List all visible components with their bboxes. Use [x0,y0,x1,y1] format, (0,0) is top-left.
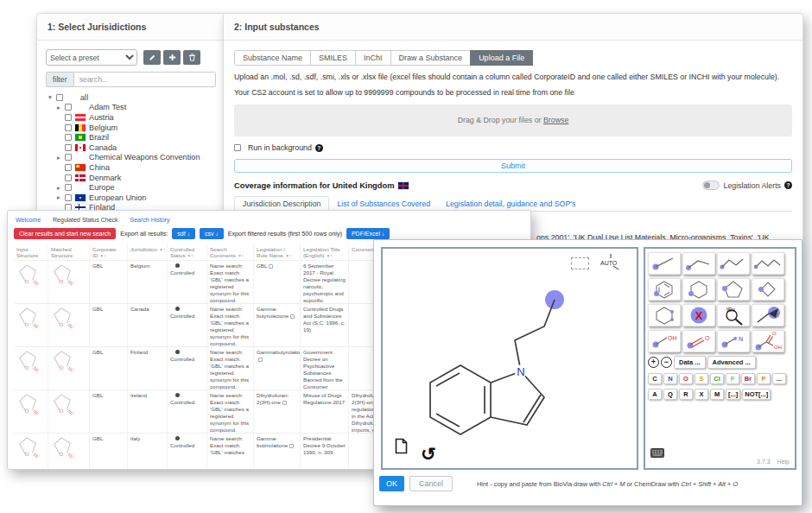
add-preset-button[interactable] [163,50,181,65]
help-icon[interactable]: ? [315,144,323,152]
expander-icon[interactable]: ▾ [48,93,56,101]
element-button[interactable]: C [648,373,662,384]
jurisdiction-tree-item[interactable]: ▾ all [46,92,216,103]
cancel-button[interactable]: Cancel [409,476,453,491]
jurisdiction-checkbox[interactable] [65,144,72,151]
expander-icon[interactable]: ▸ [57,154,65,162]
jurisdiction-tree-item[interactable]: Brazil [46,132,216,142]
auto-bond-icon[interactable]: AUTO [600,254,621,275]
rule-checkbox[interactable] [282,401,287,405]
file-dropzone[interactable]: Drag & Drop your files or Browse [234,104,792,136]
column-header[interactable]: Matched Structure▼↕ [48,244,90,260]
export-pdf-excel-button[interactable]: PDF/Excel↓ [346,228,390,239]
jurisdiction-tree-item[interactable]: ▸ Chemical Weapons Convention [46,153,216,163]
element-button[interactable]: ... [772,373,786,384]
element-button[interactable]: Br [741,373,755,384]
hydroxyl-tool[interactable]: OH [648,330,681,352]
element-button[interactable]: P [757,373,771,384]
jurisdiction-checkbox[interactable] [56,94,63,101]
filter-sort-icons[interactable]: ▼↕ [187,253,193,258]
chain-3-tool[interactable] [717,252,750,275]
column-header[interactable]: Legislation / Rule Name▼↕ [254,244,301,260]
filter-sort-icons[interactable]: ▼↕ [285,253,291,258]
clear-results-button[interactable]: Clear results and start new search [14,228,116,239]
plus-charge-tool[interactable]: + [648,357,659,368]
edit-preset-button[interactable] [143,50,161,65]
minus-charge-tool[interactable]: − [661,357,672,368]
jurisdiction-checkbox[interactable] [65,164,72,171]
export-csv-button[interactable]: csv↓ [200,228,224,239]
stereo-wedge-tool[interactable] [752,304,784,326]
submit-button[interactable]: Submit [234,159,792,173]
chain-2-tool[interactable] [682,252,715,275]
jurisdiction-checkbox[interactable] [65,184,72,191]
input-method-tab[interactable]: Upload a File [470,50,533,66]
jurisdiction-checkbox[interactable] [65,174,72,181]
legislation-alerts-toggle[interactable] [702,180,720,190]
jurisdiction-tree-item[interactable]: China [46,162,216,173]
expander-icon[interactable]: ▸ [57,193,65,201]
cyclohexane-tool[interactable] [682,278,715,301]
coverage-tab[interactable]: Legislation detail, guidance and SOP's [438,197,583,211]
preset-select[interactable]: Select a preset [46,49,137,66]
help-link[interactable]: Help [777,459,790,465]
rule-checkbox[interactable] [290,314,295,319]
jurisdiction-search-input[interactable] [73,72,216,87]
column-header[interactable]: Corporate ID▼↕ [90,244,128,260]
query-atom-button[interactable]: M [710,389,724,400]
element-button[interactable]: O [679,373,693,384]
jurisdiction-checkbox[interactable] [65,124,72,131]
undo-icon[interactable]: ↺ [421,445,436,463]
jurisdiction-checkbox[interactable] [65,114,72,121]
jurisdiction-tree-item[interactable]: Austria [46,112,216,123]
advanced-button[interactable]: Advanced ... [707,356,756,369]
marquee-select-icon[interactable] [571,257,589,269]
column-header[interactable]: Legislation Title (English)▼↕ [301,244,349,260]
element-button[interactable]: Cl [710,373,724,384]
carboxyl-tool[interactable]: OOH [752,330,784,352]
jurisdiction-tree-item[interactable]: ▸ European Union [46,193,216,203]
filter-sort-icons[interactable]: ▼↕ [238,253,244,258]
expander-icon[interactable]: ▸ [57,184,65,192]
filter-sort-icons[interactable]: ▼↕ [99,253,105,258]
rule-checkbox[interactable] [289,444,294,448]
column-header[interactable]: Controlled Status▼↕ [168,244,207,260]
export-sdf-button[interactable]: sdf↓ [172,228,195,239]
jurisdiction-checkbox[interactable] [65,194,72,201]
keyboard-input-icon[interactable] [650,446,664,461]
run-in-background-checkbox[interactable] [234,144,241,151]
jurisdiction-tree-item[interactable]: Denmark [46,173,216,183]
single-bond-tool[interactable] [648,252,681,275]
results-tab[interactable]: Regulated Status Check [53,217,118,223]
amine-tool[interactable]: N [717,330,750,352]
query-atom-button[interactable]: X [695,389,708,400]
cyclopentane-tool[interactable] [717,278,750,301]
column-header[interactable]: Input Structure▼↕ [14,244,48,260]
rule-checkbox[interactable] [258,358,263,362]
drawing-canvas[interactable]: AUTO N ↺ [381,247,638,470]
delete-tool[interactable]: X [682,304,715,326]
data-button[interactable]: Data ... [674,356,706,369]
query-atom-button[interactable]: R [679,389,693,400]
jurisdiction-checkbox[interactable] [65,104,72,111]
rule-checkbox[interactable] [269,264,273,269]
benzene-ring-tool[interactable] [648,278,681,301]
column-header[interactable]: Jurisdiction▼↕ [128,244,168,260]
small-ring-tool[interactable] [752,278,784,301]
results-tab[interactable]: Search History [130,217,170,223]
query-atom-button[interactable]: Q [663,389,677,400]
query-atom-button[interactable]: NOT[...] [742,389,771,400]
input-method-tab[interactable]: Draw a Substance [390,50,472,66]
input-method-tab[interactable]: InChI [355,50,391,66]
aromatic-ring-tool[interactable] [648,304,681,326]
filter-sort-icons[interactable]: ▼↕ [159,247,165,252]
element-button[interactable]: N [663,373,677,384]
chain-4-tool[interactable] [752,252,784,275]
browse-link[interactable]: Browse [543,116,568,124]
column-header[interactable]: Search Comments▼↕ [207,244,254,260]
results-tab[interactable]: Welcome [16,217,41,223]
query-atom-button[interactable]: A [648,389,662,400]
delete-preset-button[interactable] [183,50,200,65]
jurisdiction-tree-item[interactable]: ▸ Adam Test [46,103,216,113]
ok-button[interactable]: OK [379,476,404,491]
